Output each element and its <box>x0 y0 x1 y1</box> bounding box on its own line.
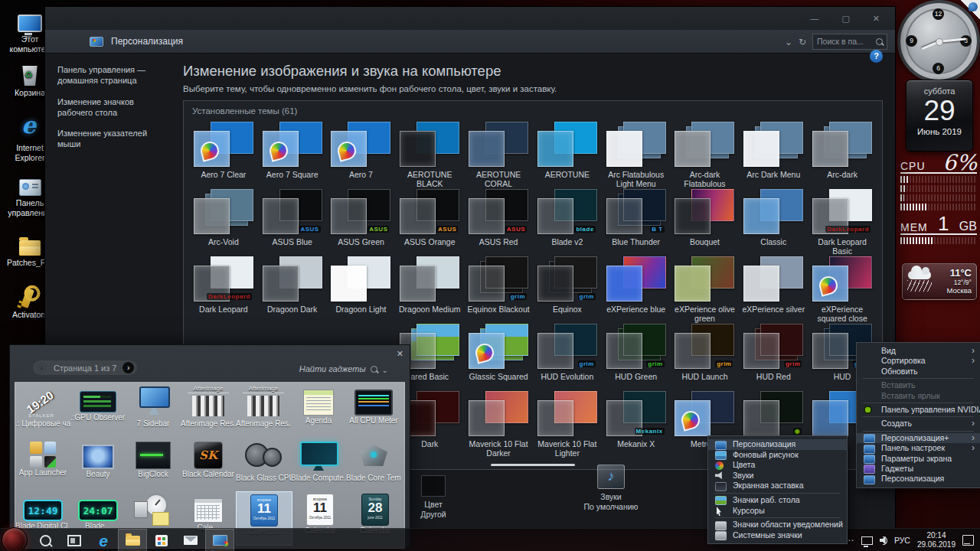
theme-tile[interactable]: Aero 7 Square <box>258 119 327 186</box>
chevron-down-icon[interactable] <box>382 362 388 376</box>
menu-item[interactable]: Звуки <box>708 471 847 481</box>
nav-mouse-pointers[interactable]: Изменение указателей мыши <box>57 128 163 150</box>
theme-tile[interactable]: eXPerience olive green <box>671 253 740 321</box>
chevron-down-icon[interactable] <box>785 34 792 48</box>
taskbar-task-view-button[interactable] <box>60 529 89 551</box>
language-indicator[interactable]: РУС <box>894 536 910 545</box>
theme-tile[interactable]: Glassic Squared <box>464 321 533 388</box>
calendar-gadget[interactable]: суббота 29 Июнь 2019 <box>906 80 973 152</box>
menu-item[interactable]: Гаджеты <box>857 464 980 474</box>
maximize-button[interactable]: ▢ <box>841 15 849 23</box>
gadget-item[interactable]: Black Glass CPU... <box>236 437 291 491</box>
puzzle-corner-icon[interactable] <box>957 0 980 23</box>
menu-item[interactable]: Значки раб. стола <box>708 495 847 506</box>
theme-tile[interactable]: Classic <box>739 186 808 253</box>
taskbar-explorer-button[interactable] <box>118 529 147 551</box>
theme-tile[interactable]: ASUSASUS Green <box>327 186 396 253</box>
horizontal-scrollbar[interactable] <box>491 464 575 466</box>
cpu-mem-gadget[interactable]: CPU 6% MEM 1 GB <box>900 153 977 244</box>
theme-tile[interactable]: Dragoon Medium <box>395 253 464 321</box>
start-button[interactable] <box>2 527 28 551</box>
theme-tile[interactable]: Arc Dark Menu <box>739 119 808 186</box>
gadget-item[interactable]: Blade Core Temp <box>346 437 401 491</box>
menu-item[interactable]: Курсоры <box>708 506 847 517</box>
volume-control[interactable] <box>880 536 887 545</box>
menu-item[interactable]: Панель управления NVIDIA <box>857 405 980 415</box>
taskbar-store-button[interactable] <box>147 529 176 551</box>
theme-tile[interactable]: eXPerience squared close button <box>808 253 877 321</box>
menu-item[interactable]: Параметры экрана <box>857 454 980 464</box>
gadget-item[interactable]: .:GPU Observer:. <box>70 383 126 437</box>
nav-control-panel-home[interactable]: Панель управления — домашняя страница <box>57 64 163 86</box>
theme-tile[interactable]: DarkLeopardDark Leopard Basic <box>808 186 877 253</box>
menu-item[interactable]: Экранная заставка <box>708 481 847 491</box>
theme-tile[interactable]: MekanixMekanix X <box>602 388 671 455</box>
theme-tile[interactable]: grimHUD Evolution <box>533 321 602 388</box>
theme-tile[interactable]: bladeBlade v2 <box>533 186 602 253</box>
close-icon[interactable] <box>397 349 403 359</box>
gadget-item[interactable]: 19:20STALKER.: Цифровые ча... <box>15 383 70 437</box>
theme-sounds-control[interactable]: Звуки По умолчанию <box>583 465 639 512</box>
gadget-item[interactable]: Agenda <box>291 383 346 437</box>
theme-color-control[interactable]: Цвет Другой <box>405 475 462 520</box>
menu-item[interactable]: Обновить <box>857 367 980 377</box>
theme-tile[interactable]: Maverick 10 Flat Lighter <box>533 388 602 455</box>
menu-item[interactable]: Панель настроек <box>857 443 980 453</box>
theme-tile[interactable]: grimHUD Launch <box>671 321 740 388</box>
menu-item[interactable]: Системные значки <box>708 530 847 541</box>
theme-tile[interactable]: grimHUD Red <box>739 321 808 388</box>
theme-tile[interactable]: ASUSASUS Blue <box>258 186 327 253</box>
previous-page-button[interactable] <box>36 362 47 373</box>
theme-tile[interactable]: Dragoon Light <box>327 253 396 321</box>
theme-tile[interactable]: Aero 7 <box>327 119 396 186</box>
theme-tile[interactable]: Arc-dark Flatabulous <box>671 119 740 186</box>
menu-item[interactable]: Создать <box>857 419 980 429</box>
gadget-item[interactable]: BigClock <box>126 437 181 491</box>
refresh-icon[interactable] <box>799 34 806 48</box>
theme-tile[interactable]: AEROTUNE BLACK <box>395 119 464 186</box>
nav-desktop-icons[interactable]: Изменение значков рабочего стола <box>57 96 163 119</box>
menu-item[interactable]: Персонализация+ <box>857 433 980 443</box>
theme-tile[interactable]: ASUSASUS Red <box>464 186 533 253</box>
theme-tile[interactable]: grimHUD Green <box>602 321 671 388</box>
gadget-item[interactable]: App Launcher <box>15 437 70 491</box>
weather-gadget[interactable]: 11°C 12°/9° Москва <box>902 263 977 300</box>
taskbar-edge-button[interactable] <box>89 529 118 551</box>
gadget-item[interactable]: AfterimageAfterimage Res... <box>236 383 291 437</box>
gadget-item[interactable]: SKBlack Calendar <box>181 437 236 491</box>
theme-tile[interactable]: Bouquet <box>671 186 740 253</box>
network-icon[interactable] <box>861 536 873 545</box>
theme-tile[interactable]: Arc Flatabulous Light Menu <box>602 119 671 186</box>
action-center-icon[interactable] <box>962 535 974 546</box>
theme-tile[interactable]: ASUSASUS Orange <box>395 186 464 253</box>
theme-tile[interactable]: Arc-dark <box>808 119 877 186</box>
menu-item[interactable]: Вид <box>857 346 980 356</box>
minimize-button[interactable]: — <box>810 15 818 23</box>
menu-item[interactable]: Персонализация <box>857 474 980 484</box>
help-button[interactable]: ? <box>870 50 883 63</box>
close-button[interactable]: ✕ <box>873 15 880 23</box>
gadget-item[interactable]: AfterimageAfterimage Res... <box>181 383 236 437</box>
theme-tile[interactable]: Maverick 10 Flat Darker <box>464 388 533 455</box>
theme-tile[interactable]: grimEquinox <box>533 253 602 321</box>
gadget-item[interactable]: All CPU Meter <box>346 383 401 437</box>
search-input[interactable]: Поиск в па... <box>812 34 887 50</box>
gadget-item[interactable]: 7 Sidebar <box>126 383 181 437</box>
menu-item[interactable]: Фоновый рисунок <box>708 450 847 461</box>
taskbar-search-button[interactable] <box>31 529 60 551</box>
theme-tile[interactable]: eXPerience blue <box>602 253 671 321</box>
menu-item[interactable]: Сортировка <box>857 356 980 366</box>
next-page-button[interactable] <box>122 362 134 373</box>
menu-item[interactable]: Цвета <box>708 460 847 471</box>
theme-tile[interactable]: grimEquinox Blackout <box>464 253 533 321</box>
taskbar-personalization-button[interactable] <box>205 529 234 551</box>
gadget-search[interactable]: Найти гаджеты <box>299 362 388 376</box>
taskbar-clock[interactable]: 20:14 29.06.2019 <box>917 531 956 549</box>
gadget-item[interactable]: Beauty <box>70 437 126 491</box>
taskbar-mail-button[interactable] <box>176 529 205 551</box>
theme-tile[interactable]: B TBlue Thunder <box>602 186 671 253</box>
theme-tile[interactable]: Arc-Void <box>189 186 258 253</box>
theme-tile[interactable]: AEROTUNE <box>533 119 602 186</box>
theme-tile[interactable]: DarkLeopardDark Leopard <box>189 253 258 321</box>
menu-item[interactable]: Значки области уведомлений <box>708 520 847 530</box>
